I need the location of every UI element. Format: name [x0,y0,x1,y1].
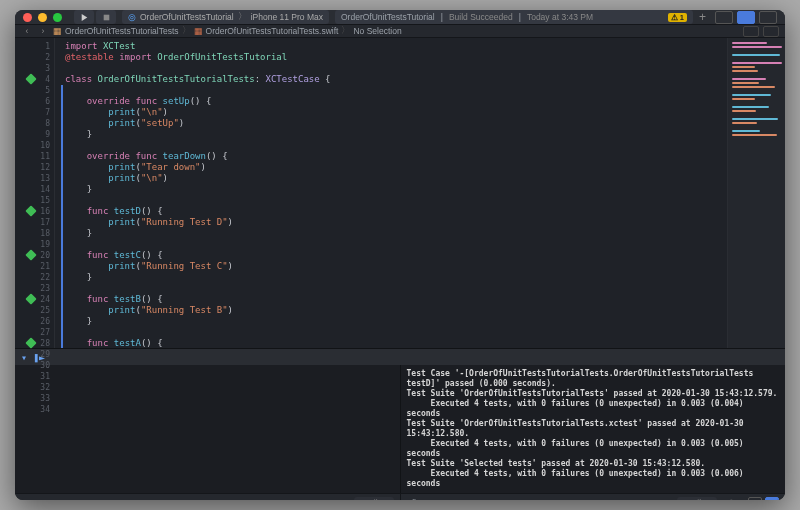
add-editor-button[interactable]: + [699,10,706,24]
toggle-debug-area[interactable] [737,11,755,24]
close-button[interactable] [23,13,32,22]
code-line[interactable]: print("\n") [61,173,721,184]
test-success-icon[interactable] [25,293,36,304]
line-number[interactable]: 10 [15,140,54,151]
run-button[interactable] [74,10,94,24]
code-line[interactable] [61,85,721,96]
variables-view[interactable] [15,365,401,493]
code-line[interactable] [61,140,721,151]
stop-button[interactable] [96,10,116,24]
line-number[interactable]: 24 [15,294,54,305]
line-number[interactable]: 16 [15,206,54,217]
code-line[interactable] [61,63,721,74]
console-scope[interactable]: All Output [407,498,444,501]
minimap-row [732,58,753,60]
code-line[interactable]: } [61,272,721,283]
toggle-inspector[interactable] [759,11,777,24]
code-line[interactable]: override func tearDown() { [61,151,721,162]
line-number[interactable]: 15 [15,195,54,206]
editor-options-button[interactable] [743,26,759,37]
code-line[interactable]: print("Running Test B") [61,305,721,316]
test-success-icon[interactable] [25,249,36,260]
variables-scope[interactable]: Auto [21,498,39,501]
minimap[interactable] [727,38,785,348]
code-line[interactable]: func testB() { [61,294,721,305]
line-number[interactable]: 29 [15,349,54,360]
code-line[interactable]: } [61,228,721,239]
line-number[interactable]: 7 [15,107,54,118]
line-number[interactable]: 5 [15,85,54,96]
grid-icon[interactable]: ▦ [77,498,86,501]
code-line[interactable]: } [61,184,721,195]
line-number[interactable]: 9 [15,129,54,140]
adjust-editor-button[interactable] [763,26,779,37]
activity-status[interactable]: OrderOfUnitTestsTutorial | Build Succeed… [335,10,693,24]
line-number[interactable]: 14 [15,184,54,195]
line-number[interactable]: 4 [15,74,54,85]
line-number[interactable]: 25 [15,305,54,316]
eye-icon[interactable]: ◎ [63,498,71,501]
line-number[interactable]: 11 [15,151,54,162]
line-number[interactable]: 12 [15,162,54,173]
code-line[interactable]: print("setUp") [61,118,721,129]
line-number[interactable]: 3 [15,63,54,74]
code-line[interactable]: } [61,129,721,140]
line-number[interactable]: 28 [15,338,54,349]
line-number[interactable]: 13 [15,173,54,184]
line-number[interactable]: 1 [15,41,54,52]
trash-icon[interactable]: 🗑 [727,498,736,501]
zoom-button[interactable] [53,13,62,22]
line-number[interactable]: 27 [15,327,54,338]
console-output[interactable]: Test Case '-[OrderOfUnitTestsTutorialTes… [401,365,786,493]
code-line[interactable]: } [61,316,721,327]
code-line[interactable] [61,283,721,294]
line-number[interactable]: 30 [15,360,54,371]
code-line[interactable] [61,195,721,206]
minimize-button[interactable] [38,13,47,22]
code-line[interactable]: override func setUp() { [61,96,721,107]
test-success-icon[interactable] [25,205,36,216]
code-editor[interactable]: import XCTest@testable import OrderOfUni… [55,38,727,348]
code-line[interactable]: func testA() { [61,338,721,348]
toggle-variables-pane[interactable] [748,497,762,500]
scheme-selector[interactable]: ◎ OrderOfUnitTestsTutorial 〉 iPhone 11 P… [122,10,329,24]
line-number[interactable]: 6 [15,96,54,107]
line-number[interactable]: 32 [15,382,54,393]
line-number[interactable]: 26 [15,316,54,327]
code-line[interactable]: func testD() { [61,206,721,217]
warning-badge[interactable]: ⚠ 1 [668,13,687,22]
line-number[interactable]: 31 [15,371,54,382]
line-number[interactable]: 17 [15,217,54,228]
line-number[interactable]: 18 [15,228,54,239]
variables-filter[interactable]: ⌕ Filter [354,497,394,501]
line-number[interactable]: 34 [15,404,54,415]
toggle-console-pane[interactable] [765,497,779,500]
code-line[interactable]: func testC() { [61,250,721,261]
line-number[interactable]: 2 [15,52,54,63]
history-back-icon[interactable]: ‹ [21,26,33,36]
breadcrumb[interactable]: ▦ OrderOfUnitTestsTutorialTests 〉 ▦ Orde… [53,25,402,37]
code-line[interactable]: print("Running Test D") [61,217,721,228]
code-line[interactable] [61,327,721,338]
code-line[interactable]: print("\n") [61,107,721,118]
test-success-icon[interactable] [25,337,36,348]
line-gutter[interactable]: 1234567891011121314151617181920212223242… [15,38,55,348]
line-number[interactable]: 20 [15,250,54,261]
history-forward-icon[interactable]: › [37,26,49,36]
line-number[interactable]: 19 [15,239,54,250]
code-line[interactable] [61,239,721,250]
console-filter[interactable]: ⌕ Filter [677,497,717,501]
code-line[interactable]: import XCTest [61,41,721,52]
code-line[interactable]: print("Running Test C") [61,261,721,272]
line-number[interactable]: 21 [15,261,54,272]
code-line[interactable]: class OrderOfUnitTestsTutorialTests: XCT… [61,74,721,85]
toggle-navigator[interactable] [715,11,733,24]
code-line[interactable]: print("Tear down") [61,162,721,173]
line-number[interactable]: 22 [15,272,54,283]
line-number[interactable]: 33 [15,393,54,404]
line-number[interactable]: 8 [15,118,54,129]
test-success-icon[interactable] [25,73,36,84]
code-line[interactable]: @testable import OrderOfUnitTestsTutoria… [61,52,721,63]
jump-bar[interactable]: ‹ › ▦ OrderOfUnitTestsTutorialTests 〉 ▦ … [15,24,785,38]
line-number[interactable]: 23 [15,283,54,294]
